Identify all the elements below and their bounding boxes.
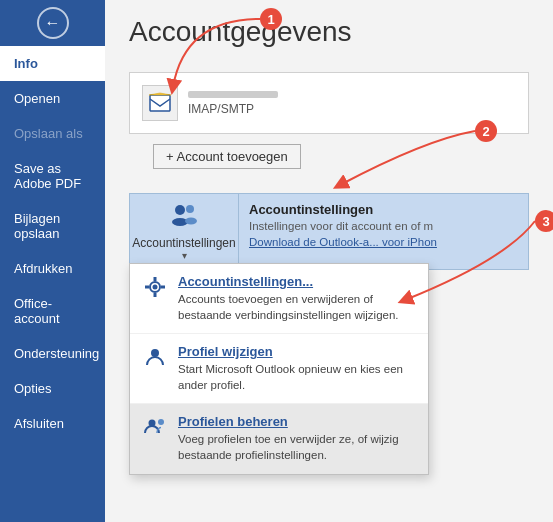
profiles-manage-icon: [142, 414, 168, 440]
svg-point-14: [158, 419, 164, 425]
dropdown-item-accountinstellingen-title: Accountinstellingen...: [178, 274, 416, 289]
sidebar-item-ondersteuning[interactable]: Ondersteuning: [0, 336, 105, 371]
svg-point-5: [185, 218, 197, 225]
sidebar: ← Info Openen Opslaan als Save as Adobe …: [0, 0, 105, 522]
chevron-down-icon: ▾: [182, 250, 187, 261]
svg-rect-0: [150, 95, 170, 111]
sidebar-item-bijlagen[interactable]: Bijlagen opslaan: [0, 201, 105, 251]
add-account-button[interactable]: + Account toevoegen: [153, 144, 301, 169]
settings-info-link[interactable]: Download de Outlook-a... voor iPhon: [249, 236, 518, 248]
sidebar-item-openen[interactable]: Openen: [0, 81, 105, 116]
badge-3: 3: [535, 210, 553, 232]
account-icon: [142, 85, 178, 121]
dropdown-item-profielen-beheren-text: Profielen beheren Voeg profielen toe en …: [178, 414, 416, 463]
accountinstellingen-dropdown: Accountinstellingen... Accounts toevoege…: [129, 263, 429, 475]
dropdown-item-profiel-wijzigen-title: Profiel wijzigen: [178, 344, 416, 359]
main-header: Accountgegevens: [105, 0, 553, 72]
sidebar-item-info[interactable]: Info: [0, 46, 105, 81]
sidebar-item-opslaan-als: Opslaan als: [0, 116, 105, 151]
dropdown-item-profiel-wijzigen-text: Profiel wijzigen Start Microsoft Outlook…: [178, 344, 416, 393]
dropdown-item-profiel-wijzigen-desc: Start Microsoft Outlook opnieuw en kies …: [178, 361, 416, 393]
svg-point-2: [175, 205, 185, 215]
badge-2: 2: [475, 120, 497, 142]
settings-area: Accountinstellingen ▾ Accountinstellinge…: [129, 193, 529, 270]
dropdown-item-accountinstellingen-desc: Accounts toevoegen en verwijderen of bes…: [178, 291, 416, 323]
svg-point-4: [186, 205, 194, 213]
sidebar-item-afdrukken[interactable]: Afdrukken: [0, 251, 105, 286]
badge-1: 1: [260, 8, 282, 30]
settings-info-text: Instellingen voor dit account en of m: [249, 220, 518, 232]
main-content: 1 2 3 Accountgegevens: [105, 0, 553, 522]
svg-rect-9: [154, 293, 157, 297]
svg-rect-10: [145, 286, 149, 289]
accountinstellingen-button[interactable]: Accountinstellingen ▾: [129, 193, 239, 270]
settings-gear-icon: [142, 274, 168, 300]
svg-point-12: [151, 349, 159, 357]
settings-info-panel: Accountinstellingen Instellingen voor di…: [239, 193, 529, 270]
dropdown-item-profielen-beheren-desc: Voeg profielen toe en verwijder ze, of w…: [178, 431, 416, 463]
svg-point-7: [153, 285, 158, 290]
account-row: IMAP/SMTP: [129, 72, 529, 134]
dropdown-item-accountinstellingen-text: Accountinstellingen... Accounts toevoege…: [178, 274, 416, 323]
profile-icon: [142, 344, 168, 370]
page-title: Accountgegevens: [129, 16, 529, 48]
dropdown-item-profiel-wijzigen[interactable]: Profiel wijzigen Start Microsoft Outlook…: [130, 334, 428, 404]
sidebar-item-opties[interactable]: Opties: [0, 371, 105, 406]
account-name-placeholder: [188, 91, 278, 98]
dropdown-item-profielen-beheren[interactable]: Profielen beheren Voeg profielen toe en …: [130, 404, 428, 473]
sidebar-item-save-adobe[interactable]: Save as Adobe PDF: [0, 151, 105, 201]
back-arrow-icon[interactable]: ←: [37, 7, 69, 39]
svg-rect-11: [161, 286, 165, 289]
svg-rect-8: [154, 277, 157, 281]
sidebar-item-afsluiten[interactable]: Afsluiten: [0, 406, 105, 441]
account-details: IMAP/SMTP: [188, 91, 278, 116]
dropdown-item-profielen-beheren-title: Profielen beheren: [178, 414, 416, 429]
dropdown-item-accountinstellingen[interactable]: Accountinstellingen... Accounts toevoege…: [130, 264, 428, 334]
accountinstellingen-label: Accountinstellingen: [132, 236, 235, 250]
users-icon: [170, 202, 198, 232]
svg-marker-1: [149, 93, 171, 95]
sidebar-item-office-account[interactable]: Office-account: [0, 286, 105, 336]
back-button[interactable]: ←: [0, 0, 105, 46]
account-type: IMAP/SMTP: [188, 102, 278, 116]
settings-info-title: Accountinstellingen: [249, 202, 518, 217]
